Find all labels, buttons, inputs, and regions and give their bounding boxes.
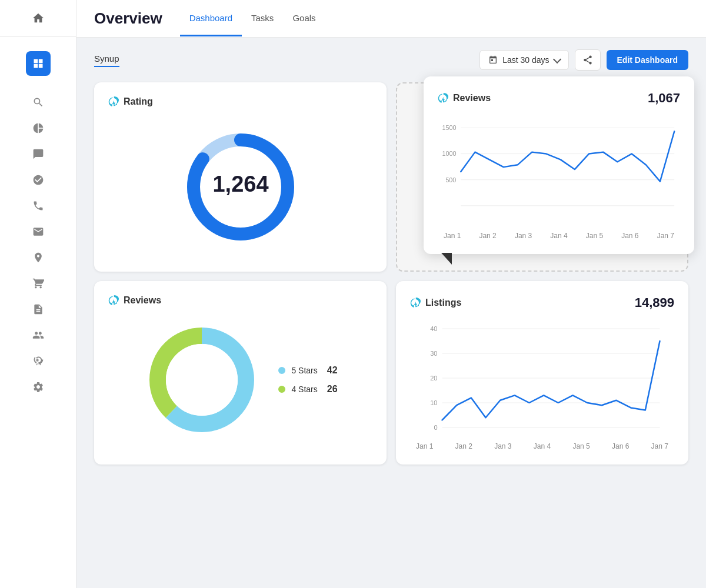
reviews-card-icon xyxy=(108,295,119,306)
listings-x-label-6: Jan 6 xyxy=(612,442,629,450)
synup-label: Synup xyxy=(94,54,119,67)
home-button[interactable] xyxy=(0,0,76,37)
reviews-card: Reviews xyxy=(94,281,387,465)
svg-text:1000: 1000 xyxy=(442,150,456,157)
reviews-popup: Reviews 1,067 1500 1000 500 xyxy=(424,76,694,254)
chat-nav-icon[interactable] xyxy=(32,148,45,161)
reviews-popup-icon xyxy=(438,93,448,103)
legend-4stars-value: 26 xyxy=(327,384,338,395)
x-label-4: Jan 4 xyxy=(550,232,567,240)
home-icon xyxy=(32,12,45,25)
reviews-popup-header: Reviews 1,067 xyxy=(438,91,680,106)
reviews-donut-chart xyxy=(143,321,261,439)
listings-line-chart: 40 30 20 10 0 xyxy=(410,320,674,437)
x-label-1: Jan 1 xyxy=(444,232,461,240)
listings-x-label-5: Jan 5 xyxy=(572,442,590,450)
dashboard-nav-item[interactable] xyxy=(26,51,51,76)
svg-text:1500: 1500 xyxy=(442,124,456,131)
legend-4stars: 4 Stars 26 xyxy=(278,384,337,395)
reviews-card-title: Reviews xyxy=(108,295,161,306)
svg-text:20: 20 xyxy=(430,375,437,382)
social-nav-icon[interactable] xyxy=(32,173,45,186)
settings-nav-icon[interactable] xyxy=(32,380,45,393)
svg-text:10: 10 xyxy=(430,399,437,406)
reviews-popup-title: Reviews xyxy=(438,93,491,103)
listings-x-label-2: Jan 2 xyxy=(455,442,472,450)
popup-arrow xyxy=(441,253,452,265)
calendar-icon xyxy=(488,55,498,65)
sub-nav-right: Last 30 days Edit Dashboard xyxy=(479,49,688,71)
reviews-card-title-text: Reviews xyxy=(124,295,161,306)
reviews-legend: 5 Stars 42 4 Stars 26 xyxy=(278,365,337,395)
listings-card-header: Listings 14,899 xyxy=(410,295,674,310)
app-container: Overview Dashboard Tasks Goals Synup Las… xyxy=(0,0,706,588)
tab-tasks[interactable]: Tasks xyxy=(242,1,283,36)
reviews-popup-title-text: Reviews xyxy=(453,93,491,103)
legend-5stars-dot xyxy=(278,367,285,374)
nav-tabs: Dashboard Tasks Goals xyxy=(180,1,325,36)
x-label-3: Jan 3 xyxy=(515,232,532,240)
main-content: Overview Dashboard Tasks Goals Synup Las… xyxy=(76,0,706,588)
dashboard-grid: Rating 1,264 xyxy=(94,82,688,465)
rating-icon xyxy=(108,96,119,107)
top-nav: Overview Dashboard Tasks Goals xyxy=(76,0,706,38)
search-nav-icon[interactable] xyxy=(32,96,45,109)
listings-title-text: Listings xyxy=(425,298,461,308)
reviews-x-axis: Jan 1 Jan 2 Jan 3 Jan 4 Jan 5 Jan 6 Jan … xyxy=(438,229,680,240)
legend-4stars-label: 4 Stars xyxy=(291,385,317,394)
listings-x-axis: Jan 1 Jan 2 Jan 3 Jan 4 Jan 5 Jan 6 Jan … xyxy=(410,440,674,450)
reviews-card-header: Reviews xyxy=(108,295,372,306)
share-button[interactable] xyxy=(575,49,601,71)
reviews-chart-line xyxy=(461,131,674,181)
legend-5stars-value: 42 xyxy=(327,365,338,376)
rating-title-text: Rating xyxy=(124,96,153,107)
grid-icon xyxy=(32,58,44,69)
cart-nav-icon[interactable] xyxy=(32,277,45,290)
chevron-down-icon xyxy=(552,55,561,63)
listings-x-label-3: Jan 3 xyxy=(494,442,511,450)
svg-point-11 xyxy=(166,344,238,416)
share-icon xyxy=(582,55,593,65)
listings-card: Listings 14,899 40 30 xyxy=(396,281,688,465)
rating-card-header: Rating xyxy=(108,96,372,107)
svg-text:0: 0 xyxy=(434,424,437,431)
reviews-donut-container: 5 Stars 42 4 Stars 26 xyxy=(108,315,372,445)
listings-x-label-4: Jan 4 xyxy=(534,442,551,450)
rating-card-title: Rating xyxy=(108,96,153,107)
listings-card-icon xyxy=(410,298,421,308)
sub-nav: Synup Last 30 days Edit Dashboard xyxy=(94,49,688,71)
pie-chart-nav-icon[interactable] xyxy=(32,122,45,135)
edit-dashboard-button[interactable]: Edit Dashboard xyxy=(607,50,688,70)
integrations-nav-icon[interactable] xyxy=(32,355,45,368)
svg-text:30: 30 xyxy=(430,350,437,357)
mail-nav-icon[interactable] xyxy=(32,225,45,238)
svg-text:500: 500 xyxy=(445,176,456,183)
tab-dashboard[interactable]: Dashboard xyxy=(180,1,242,36)
listings-x-label-7: Jan 7 xyxy=(651,442,668,450)
x-label-2: Jan 2 xyxy=(479,232,496,240)
x-label-7: Jan 7 xyxy=(657,232,674,240)
content-area: Synup Last 30 days Edit Dashboard xyxy=(76,38,706,588)
legend-4stars-dot xyxy=(278,386,285,393)
users-nav-icon[interactable] xyxy=(32,329,45,342)
x-label-6: Jan 6 xyxy=(621,232,638,240)
tab-goals[interactable]: Goals xyxy=(283,1,325,36)
rating-value: 1,264 xyxy=(212,172,268,196)
svg-text:40: 40 xyxy=(430,325,437,332)
reviews-line-chart: 1500 1000 500 xyxy=(438,115,680,227)
rating-donut-container: 1,264 xyxy=(108,116,372,258)
rating-card: Rating 1,264 xyxy=(94,82,387,272)
sidebar-icons xyxy=(32,90,45,399)
sub-nav-left: Synup xyxy=(94,54,119,67)
phone-nav-icon[interactable] xyxy=(32,199,45,212)
page-title: Overview xyxy=(94,9,162,28)
date-picker-button[interactable]: Last 30 days xyxy=(479,50,568,70)
rating-donut-chart: 1,264 xyxy=(176,122,305,252)
legend-5stars: 5 Stars 42 xyxy=(278,365,337,376)
location-nav-icon[interactable] xyxy=(32,251,45,264)
sidebar xyxy=(0,0,76,588)
listings-value: 14,899 xyxy=(635,295,674,310)
reviews-popup-value: 1,067 xyxy=(648,91,680,106)
file-nav-icon[interactable] xyxy=(32,303,45,316)
listings-chart-line xyxy=(442,341,660,420)
